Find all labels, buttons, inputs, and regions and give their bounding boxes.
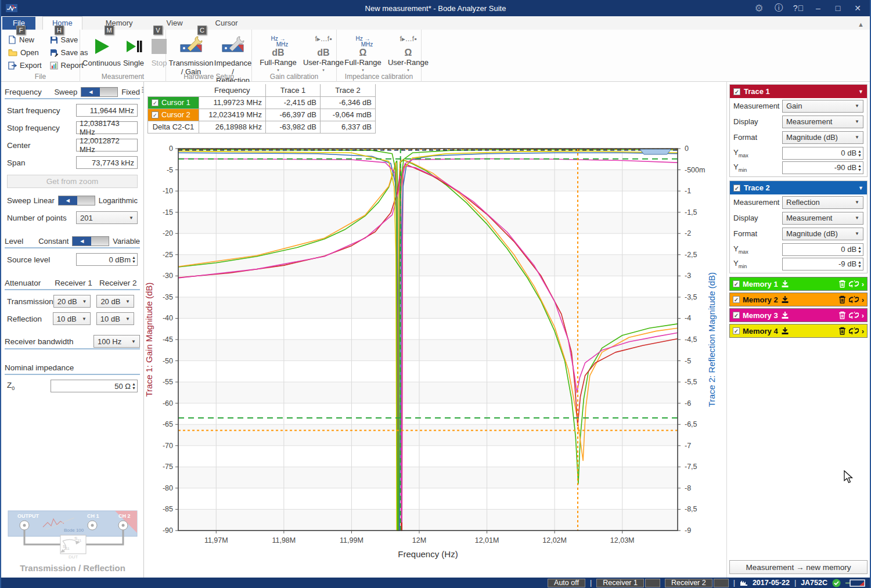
spinner-arrows-icon[interactable]: ▲▼ xyxy=(132,255,136,264)
cursor2-frequency[interactable]: 12,023419 MHz xyxy=(199,109,266,121)
unlink-icon[interactable] xyxy=(849,311,859,319)
trace2-ymax-input[interactable]: 0 dB▲▼ xyxy=(782,243,863,256)
info-icon[interactable]: ⓘ xyxy=(770,1,787,15)
trace2-format-dropdown[interactable]: Magnitude (dB)▼ xyxy=(782,228,863,240)
tab-memory[interactable]: Memory xyxy=(96,17,142,30)
settings-gear-icon[interactable]: ⚙ xyxy=(750,1,768,15)
download-icon[interactable] xyxy=(781,327,789,335)
dropdown-arrow-icon[interactable]: ▾ xyxy=(407,68,409,73)
sweep-fixed-toggle[interactable]: Sweep ◀ Fixed xyxy=(54,87,140,97)
receiver-bandwidth-dropdown[interactable]: 100 Hz▼ xyxy=(93,335,140,348)
trash-icon[interactable] xyxy=(838,280,846,288)
toggle-switch[interactable]: ◀ xyxy=(81,87,118,97)
receiver1-status[interactable]: Receiver 1 xyxy=(596,579,644,587)
toggle-switch[interactable]: ◀ xyxy=(72,236,109,246)
bode-plot-svg[interactable]: 0-5-10-15-20-25-30-35-40-45-50-55-60-65-… xyxy=(144,132,727,565)
open-button[interactable]: Open xyxy=(5,47,45,58)
chevron-down-icon[interactable]: ▼ xyxy=(858,89,863,95)
unlink-icon[interactable] xyxy=(849,327,859,335)
memory3-checkbox[interactable]: ✓ xyxy=(733,312,740,319)
toggle-switch[interactable]: ◀ xyxy=(58,196,95,205)
trash-icon[interactable] xyxy=(838,327,846,335)
memory1-row[interactable]: ✓ Memory 1 › xyxy=(729,277,868,291)
linear-log-toggle[interactable]: Linear ◀ Logarithmic xyxy=(34,196,138,205)
trash-icon[interactable] xyxy=(838,295,846,304)
maximize-button[interactable]: □ xyxy=(829,1,847,15)
spinner-arrows-icon[interactable]: ▲▼ xyxy=(132,382,136,390)
impedance-full-range-button[interactable]: Hz → MHz Ω Full-Range ▾ xyxy=(341,35,384,73)
trace1-ymax-input[interactable]: 0 dB▲▼ xyxy=(782,147,863,160)
download-icon[interactable] xyxy=(781,295,789,304)
trace2-measurement-dropdown[interactable]: Reflection▼ xyxy=(782,196,863,209)
sweep-label: Sweep xyxy=(7,196,34,205)
transmission-att-r2-dropdown[interactable]: 20 dB▼ xyxy=(96,295,134,308)
receiver2-level-box xyxy=(714,579,729,587)
axis-marker[interactable] xyxy=(640,149,671,154)
memory4-checkbox[interactable]: ✓ xyxy=(733,327,740,334)
auto-off-button[interactable]: Auto off xyxy=(548,579,585,587)
trash-icon[interactable] xyxy=(838,311,846,319)
trace1-display-dropdown[interactable]: Measurement▼ xyxy=(782,116,863,128)
close-button[interactable]: ✕ xyxy=(849,1,866,15)
dropdown-arrow-icon[interactable]: ▾ xyxy=(362,68,364,73)
download-icon[interactable] xyxy=(781,280,789,288)
memory4-row[interactable]: ✓ Memory 4 › xyxy=(729,324,868,338)
bode-plot[interactable]: 0-5-10-15-20-25-30-35-40-45-50-55-60-65-… xyxy=(144,132,727,567)
dropdown-arrow-icon[interactable]: ▾ xyxy=(277,68,279,73)
dropdown-arrow-icon[interactable]: ▾ xyxy=(322,68,325,73)
span-input[interactable]: 73,7743 kHz xyxy=(76,156,138,169)
trace1-format-dropdown[interactable]: Magnitude (dB)▼ xyxy=(782,131,863,144)
group-label-gain-cal: Gain calibration xyxy=(252,73,336,81)
cursor1-frequency[interactable]: 11,99723 MHz xyxy=(199,96,266,109)
measurement-to-new-memory-button[interactable]: Measurement → new memory xyxy=(729,560,868,574)
chevron-right-icon[interactable]: › xyxy=(862,327,864,336)
start-frequency-input[interactable]: 11,9644 MHz xyxy=(76,104,138,117)
points-dropdown[interactable]: 201▼ xyxy=(76,211,138,224)
unlink-icon[interactable] xyxy=(849,295,859,304)
collapse-ribbon-icon[interactable]: ▲ xyxy=(858,21,864,28)
cursor1-checkbox[interactable]: ✓ xyxy=(152,99,159,106)
single-button[interactable]: Single xyxy=(121,33,146,68)
transmission-gain-button[interactable]: Transmission/ Gain xyxy=(171,33,211,77)
trace2-display-dropdown[interactable]: Measurement▼ xyxy=(782,212,863,225)
trace1-checkbox[interactable]: ✓ xyxy=(733,88,740,95)
trace2-checkbox[interactable]: ✓ xyxy=(733,185,740,192)
stop-frequency-label: Stop frequency xyxy=(7,124,76,132)
memory3-row[interactable]: ✓ Memory 3 › xyxy=(729,308,868,322)
center-input[interactable]: 12,0012872 MHz xyxy=(76,139,138,151)
minimize-button[interactable]: – xyxy=(809,1,827,15)
cursor2-label: Cursor 2 xyxy=(161,110,190,119)
stop-frequency-input[interactable]: 12,0381743 MHz xyxy=(76,121,138,134)
source-level-input[interactable]: 0 dBm▲▼ xyxy=(76,253,138,266)
svg-text:-90: -90 xyxy=(163,526,173,535)
download-icon[interactable] xyxy=(781,311,789,319)
continuous-button[interactable]: Continuous xyxy=(85,33,118,68)
memory2-row[interactable]: ✓ Memory 2 › xyxy=(729,293,868,306)
gain-full-range-button[interactable]: Hz → MHz dB Full-Range ▾ xyxy=(257,35,300,73)
constant-variable-toggle[interactable]: Constant ◀ Variable xyxy=(38,236,140,246)
memory1-checkbox[interactable]: ✓ xyxy=(733,280,740,287)
transmission-att-r1-dropdown[interactable]: 20 dB▼ xyxy=(53,295,91,308)
new-button[interactable]: New xyxy=(5,34,45,45)
tab-cursor[interactable]: Cursor xyxy=(206,17,247,30)
trace1-measurement-dropdown[interactable]: Gain▼ xyxy=(782,100,863,113)
cursor2-checkbox[interactable]: ✓ xyxy=(152,111,159,118)
trace1-ymin-input[interactable]: -90 dB▲▼ xyxy=(782,161,863,174)
save-as-icon xyxy=(50,49,58,57)
trace2-ymin-input[interactable]: -9 dB▲▼ xyxy=(782,258,863,270)
impedance-user-range-button[interactable]: f▸…f▪ Ω User-Range ▾ xyxy=(387,35,430,73)
z0-input[interactable]: 50 Ω▲▼ xyxy=(51,380,138,392)
reflection-att-r2-dropdown[interactable]: 10 dB▼ xyxy=(96,312,134,325)
chevron-down-icon[interactable]: ▼ xyxy=(858,185,863,191)
source-level-label: Source level xyxy=(7,255,76,264)
unlink-icon[interactable] xyxy=(849,280,859,288)
chevron-right-icon[interactable]: › xyxy=(862,311,864,320)
export-button[interactable]: Export xyxy=(5,60,45,71)
trace2-measurement-label: Measurement xyxy=(733,198,782,207)
chevron-right-icon[interactable]: › xyxy=(862,295,864,304)
memory2-checkbox[interactable]: ✓ xyxy=(733,296,740,303)
help-icon[interactable]: ?⃝ xyxy=(790,1,807,15)
receiver2-status[interactable]: Receiver 2 xyxy=(665,579,712,587)
chevron-right-icon[interactable]: › xyxy=(862,280,864,288)
reflection-att-r1-dropdown[interactable]: 10 dB▼ xyxy=(53,312,91,325)
